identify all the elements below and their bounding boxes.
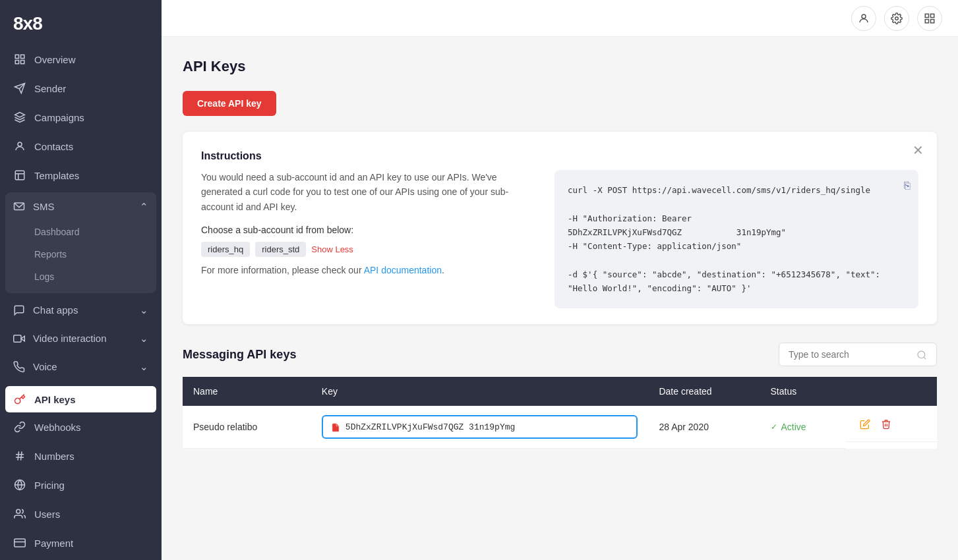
sidebar-item-label: Pricing: [34, 480, 65, 491]
sidebar-item-payment[interactable]: Payment: [0, 528, 162, 557]
instructions-body: You would need a sub-account id and an A…: [201, 170, 918, 308]
row-status: ✓ Active: [760, 406, 846, 449]
sms-section-header[interactable]: SMS ⌃: [5, 192, 156, 221]
svg-point-20: [16, 509, 20, 513]
table-header: Name Key Date created Status: [183, 377, 937, 406]
video-icon: [13, 332, 25, 345]
tag-riders-hq[interactable]: riders_hq: [201, 242, 250, 257]
api-doc-text: For more information, please check our A…: [201, 265, 539, 275]
sidebar-item-label: Video interaction: [33, 333, 106, 344]
sidebar-item-label: Chat apps: [33, 304, 78, 316]
tag-riders-std[interactable]: riders_std: [255, 242, 306, 257]
svg-marker-6: [15, 113, 25, 118]
sidebar-item-webhooks[interactable]: Webhooks: [0, 412, 162, 441]
svg-rect-8: [15, 171, 24, 180]
webhook-icon: [13, 420, 26, 434]
chevron-down-icon: ⌄: [140, 361, 148, 373]
page-content: API Keys Create API key ✕ Instructions Y…: [162, 37, 958, 560]
svg-rect-0: [15, 55, 18, 58]
key-cell: 5DhZxZRILVPKjXuFWsd7QGZ 31n19pYmg: [322, 415, 638, 439]
sidebar-item-contacts[interactable]: Contacts: [0, 132, 162, 161]
sidebar-item-label: Webhooks: [34, 422, 81, 433]
svg-point-29: [918, 351, 925, 358]
instructions-card: ✕ Instructions You would need a sub-acco…: [183, 132, 937, 324]
svg-rect-2: [15, 61, 18, 64]
delete-button[interactable]: [877, 415, 895, 432]
sidebar-item-label: Numbers: [34, 451, 75, 462]
svg-line-30: [924, 357, 926, 359]
table-body: Pseudo relatibo 5DhZxZRILVPKjXuFWsd7QGZ …: [183, 406, 937, 449]
app-logo: 8x8: [0, 0, 162, 45]
credit-card-icon: [13, 536, 26, 549]
sidebar-item-voice[interactable]: Voice ⌄: [0, 352, 162, 381]
svg-rect-25: [925, 14, 928, 17]
status-check-icon: ✓: [771, 422, 777, 432]
svg-marker-12: [21, 336, 24, 341]
svg-rect-26: [931, 14, 934, 17]
globe-icon: [13, 478, 26, 491]
sidebar-item-logs[interactable]: Logs: [5, 266, 156, 288]
users-icon: [13, 507, 26, 520]
sidebar-item-numbers[interactable]: Numbers: [0, 441, 162, 470]
row-actions: [845, 406, 937, 442]
tags-row: riders_hq riders_std Show Less: [201, 242, 539, 257]
copy-icon[interactable]: ⎘: [904, 178, 911, 196]
grid-icon-button[interactable]: [917, 6, 942, 31]
phone-icon: [13, 360, 25, 373]
topbar: [162, 0, 958, 37]
sidebar-item-label: Payment: [34, 538, 73, 549]
status-badge: ✓ Active: [771, 422, 835, 432]
sidebar-item-users[interactable]: Users: [0, 499, 162, 528]
key-value: 5DhZxZRILVPKjXuFWsd7QGZ 31n19pYmg: [345, 422, 629, 432]
sidebar-item-dashboard[interactable]: Dashboard: [5, 221, 156, 243]
send-icon: [13, 82, 26, 95]
page-title: API Keys: [183, 58, 937, 75]
api-doc-suffix: .: [442, 265, 444, 275]
layers-icon: [13, 111, 26, 124]
key-file-icon: [331, 422, 340, 432]
sidebar-item-label: Users: [34, 509, 60, 520]
sidebar-item-reports[interactable]: Reports: [5, 243, 156, 266]
user-icon-button[interactable]: [851, 6, 876, 31]
instructions-left: You would need a sub-account id and an A…: [201, 170, 539, 308]
show-less-button[interactable]: Show Less: [311, 244, 353, 254]
svg-point-7: [18, 142, 22, 146]
col-name: Name: [183, 377, 311, 406]
chevron-down-icon: ⌄: [140, 304, 148, 316]
svg-rect-1: [21, 55, 24, 58]
search-box: [779, 343, 937, 366]
contact-icon: [13, 140, 26, 153]
sidebar-item-campaigns[interactable]: Campaigns: [0, 103, 162, 132]
create-api-key-button[interactable]: Create API key: [183, 91, 276, 116]
code-content: curl -X POST https://api.wavecell.com/sm…: [568, 183, 905, 295]
settings-icon-button[interactable]: [884, 6, 909, 31]
col-date-created: Date created: [648, 377, 760, 406]
sidebar-item-overview[interactable]: Overview: [0, 45, 162, 74]
row-key: 5DhZxZRILVPKjXuFWsd7QGZ 31n19pYmg: [311, 406, 649, 449]
sms-section: SMS ⌃ Dashboard Reports Logs: [5, 192, 156, 293]
choose-label: Choose a sub-account id from below:: [201, 225, 539, 235]
sidebar-item-chat-apps[interactable]: Chat apps ⌄: [0, 296, 162, 324]
sidebar-item-pricing[interactable]: Pricing: [0, 470, 162, 499]
svg-rect-21: [15, 539, 26, 547]
sidebar-item-label: API keys: [34, 394, 76, 405]
sidebar: 8x8 Overview Sender Campaigns Contacts T…: [0, 0, 162, 560]
close-button[interactable]: ✕: [913, 142, 924, 158]
instructions-body-text: You would need a sub-account id and an A…: [201, 170, 518, 214]
key-icon: [13, 393, 26, 406]
sidebar-item-sender[interactable]: Sender: [0, 74, 162, 103]
svg-rect-27: [925, 19, 928, 22]
col-actions: [845, 377, 937, 406]
sidebar-item-video-interaction[interactable]: Video interaction ⌄: [0, 324, 162, 352]
sidebar-item-api-keys[interactable]: API keys: [5, 386, 156, 412]
sidebar-item-templates[interactable]: Templates: [0, 161, 162, 190]
sms-label: SMS: [33, 201, 55, 212]
sidebar-item-label: Overview: [34, 54, 76, 65]
svg-rect-3: [21, 61, 24, 64]
sms-sub-menu: Dashboard Reports Logs: [5, 221, 156, 293]
row-name: Pseudo relatibo: [183, 406, 311, 449]
svg-line-16: [18, 451, 19, 461]
api-doc-link[interactable]: API documentation: [364, 265, 442, 275]
search-input[interactable]: [789, 349, 911, 360]
edit-button[interactable]: [856, 415, 874, 432]
